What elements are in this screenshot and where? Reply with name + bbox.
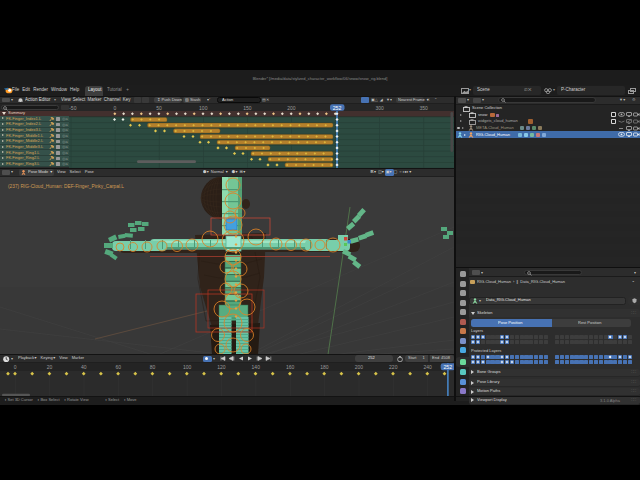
svg-text:50: 50 xyxy=(156,104,162,110)
svg-text:120: 120 xyxy=(217,364,226,370)
svg-text:300: 300 xyxy=(375,104,384,110)
svg-text:20: 20 xyxy=(47,364,53,370)
svg-text:350: 350 xyxy=(420,104,429,110)
svg-text:220: 220 xyxy=(389,364,398,370)
svg-text:200: 200 xyxy=(355,364,364,370)
svg-text:0: 0 xyxy=(14,364,17,370)
svg-text:100: 100 xyxy=(199,104,208,110)
svg-text:160: 160 xyxy=(286,364,295,370)
svg-text:150: 150 xyxy=(243,104,252,110)
svg-text:80: 80 xyxy=(150,364,156,370)
svg-text:252: 252 xyxy=(333,104,342,110)
svg-text:240: 240 xyxy=(423,364,432,370)
svg-text:60: 60 xyxy=(116,364,122,370)
svg-text:180: 180 xyxy=(320,364,329,370)
svg-text:252: 252 xyxy=(443,364,452,370)
svg-text:-50: -50 xyxy=(69,104,76,110)
svg-text:0: 0 xyxy=(114,104,117,110)
svg-text:140: 140 xyxy=(252,364,261,370)
svg-text:200: 200 xyxy=(287,104,296,110)
svg-text:100: 100 xyxy=(183,364,192,370)
svg-text:40: 40 xyxy=(81,364,87,370)
svg-text:(237) RIG-Cloud_Human: DEF-Fin: (237) RIG-Cloud_Human: DEF-Finger_Pinky_… xyxy=(8,183,124,188)
